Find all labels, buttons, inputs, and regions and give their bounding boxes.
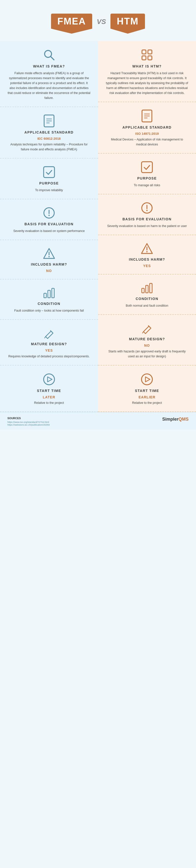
fmea-start-value: LATER (7, 395, 91, 399)
htm-standard-text: Medical Devices – Application of risk ma… (106, 137, 189, 147)
htm-condition-text: Both normal and fault condition (106, 303, 189, 308)
fmea-standard-title: APPLICABLE STANDARD (7, 130, 91, 134)
svg-rect-6 (44, 167, 54, 178)
svg-line-39 (143, 332, 144, 333)
fmea-mature-value: YES (7, 348, 91, 352)
htm-mature-value: NO (106, 343, 189, 347)
document-icon-right (106, 110, 189, 122)
htm-harm-value: YES (106, 264, 189, 268)
fmea-purpose-section: PURPOSE To improve reliability (0, 158, 98, 199)
svg-rect-14 (48, 290, 50, 298)
pencil-icon-right (106, 322, 189, 334)
htm-harm-section: INCLUDES HARM? YES (98, 235, 196, 275)
htm-purpose-title: PURPOSE (106, 176, 189, 180)
sources-title: SOURCES (7, 417, 50, 420)
htm-basis-section: BASIS FOR EVALUATION Severity evaluation… (98, 194, 196, 235)
htm-what-section: WHAT IS HTM? Hazard Traceability Matrix … (98, 41, 196, 102)
source-link-1[interactable]: https://www.iso.org/standard/72704.html (7, 421, 50, 423)
fmea-label: FMEA (51, 13, 92, 34)
play-icon-right (106, 373, 189, 386)
fmea-harm-section: INCLUDES HARM? NO (0, 240, 98, 279)
checkmark-icon-right (106, 161, 189, 173)
htm-what-text: Hazard Traceability Matrix (HTM) is a to… (106, 71, 189, 95)
svg-rect-36 (146, 285, 148, 293)
checkmark-icon (7, 166, 91, 178)
fmea-what-section: WHAT IS FMEA? Failure mode effects analy… (0, 41, 98, 107)
page-footer: SOURCES https://www.iso.org/standard/727… (0, 412, 196, 430)
htm-start-text: Relative to the project (106, 400, 189, 405)
svg-point-31 (147, 210, 148, 211)
fmea-what-text: Failure mode effects analysis (FMEA) is … (7, 71, 91, 100)
header-banner: FMEA VS HTM (5, 7, 191, 36)
svg-line-1 (50, 56, 54, 60)
bar-chart-icon (7, 287, 91, 299)
svg-rect-37 (150, 283, 152, 293)
htm-harm-title: INCLUDES HARM? (106, 257, 189, 261)
fmea-condition-title: CONDITION (7, 302, 91, 306)
fmea-harm-title: INCLUDES HARM? (7, 262, 91, 266)
fmea-standard-section: APPLICABLE STANDARD IEC 60812:2018 Analy… (0, 107, 98, 158)
svg-rect-20 (142, 50, 146, 54)
fmea-condition-text: Fault condition only – looks at how comp… (7, 308, 91, 313)
htm-condition-section: CONDITION Both normal and fault conditio… (98, 275, 196, 315)
htm-standard-section: APPLICABLE STANDARD ISO 14971:2019 Medic… (98, 102, 196, 154)
svg-marker-41 (146, 377, 150, 382)
htm-purpose-text: To manage all risks (106, 183, 189, 188)
fmea-start-section: START TIME LATER Relative to the project (0, 366, 98, 412)
fmea-standard-text: Analysis techniques for system reliabili… (7, 142, 91, 152)
fmea-mature-title: MATURE DESIGN? (7, 342, 91, 346)
fmea-basis-text: Severity evaluation is based on system p… (7, 228, 91, 234)
svg-point-9 (48, 215, 49, 216)
warning-triangle-icon (7, 248, 91, 259)
htm-basis-text: Severity evaluation is based on harm to … (106, 223, 189, 228)
page-header: FMEA VS HTM (0, 0, 196, 41)
play-icon (7, 373, 91, 386)
logo-text: SimplerQMS (162, 417, 189, 422)
fmea-basis-title: BASIS FOR EVALUATION (7, 222, 91, 226)
htm-start-section: START TIME EARLIER Relative to the proje… (98, 366, 196, 412)
exclamation-circle-icon (7, 207, 91, 219)
svg-rect-13 (44, 293, 46, 298)
svg-rect-23 (148, 56, 152, 60)
fmea-mature-section: MATURE DESIGN? YES Requires knowledge of… (0, 320, 98, 366)
svg-rect-35 (142, 288, 144, 293)
source-link-2[interactable]: https://webstore.iec.ch/publication/2635… (7, 423, 50, 426)
htm-column: WHAT IS HTM? Hazard Traceability Matrix … (98, 41, 196, 412)
svg-point-18 (44, 374, 54, 385)
htm-standard-subtitle: ISO 14971:2019 (106, 132, 189, 135)
grid-icon (106, 49, 189, 61)
htm-start-title: START TIME (106, 389, 189, 393)
svg-rect-15 (52, 288, 54, 298)
fmea-mature-text: Requires knowledge of detailed process s… (7, 354, 91, 359)
svg-rect-22 (142, 56, 146, 60)
footer-logo: SimplerQMS (162, 417, 189, 422)
htm-what-title: WHAT IS HTM? (106, 64, 189, 68)
document-icon (7, 115, 91, 127)
sources-section: SOURCES https://www.iso.org/standard/727… (7, 417, 50, 426)
htm-label: HTM (111, 13, 145, 34)
svg-marker-19 (48, 377, 52, 382)
search-icon (7, 49, 91, 61)
fmea-column: WHAT IS FMEA? Failure mode effects analy… (0, 41, 98, 412)
svg-rect-28 (142, 162, 152, 173)
warning-triangle-icon-right (106, 243, 189, 254)
pencil-icon (7, 327, 91, 339)
fmea-condition-section: CONDITION Fault condition only – looks a… (0, 279, 98, 320)
fmea-basis-section: BASIS FOR EVALUATION Severity evaluation… (0, 199, 98, 240)
htm-standard-title: APPLICABLE STANDARD (106, 125, 189, 129)
svg-line-17 (45, 337, 46, 338)
htm-start-value: EARLIER (106, 395, 189, 399)
fmea-start-title: START TIME (7, 389, 91, 393)
fmea-purpose-title: PURPOSE (7, 181, 91, 185)
svg-rect-21 (148, 50, 152, 54)
svg-point-40 (142, 374, 152, 385)
logo-accent: QMS (179, 417, 189, 422)
fmea-what-title: WHAT IS FMEA? (7, 64, 91, 68)
htm-mature-title: MATURE DESIGN? (106, 337, 189, 341)
bar-chart-icon-right (106, 282, 189, 294)
svg-point-34 (147, 251, 148, 252)
htm-mature-section: MATURE DESIGN? NO Starts with hazards (a… (98, 315, 196, 366)
vs-label: VS (96, 18, 106, 29)
fmea-start-text: Relative to the project (7, 400, 91, 405)
fmea-standard-subtitle: IEC 60812:2018 (7, 137, 91, 141)
